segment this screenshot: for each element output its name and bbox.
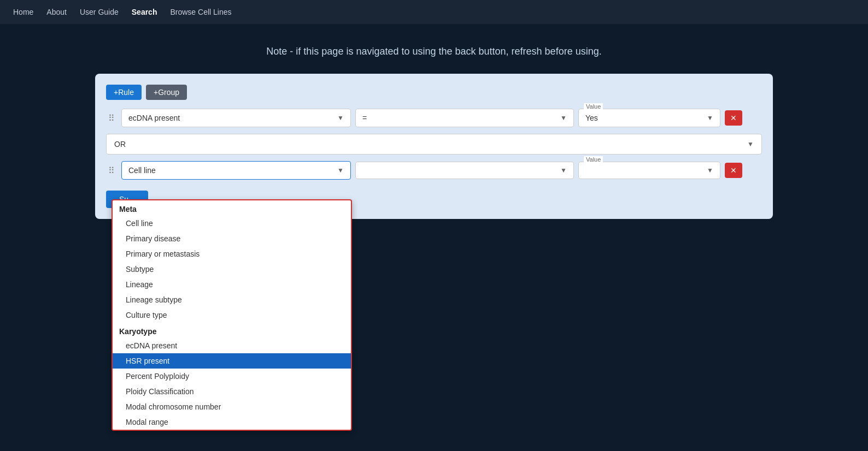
dropdown-item-primary-or-metastasis[interactable]: Primary or metastasis bbox=[113, 246, 351, 262]
main-content: Note - if this page is navigated to usin… bbox=[0, 24, 868, 230]
dropdown-item-modal-chromosome-number[interactable]: Modal chromosome number bbox=[113, 399, 351, 414]
rule1-field-select[interactable]: ecDNA present ▼ bbox=[121, 109, 351, 127]
dropdown-group-meta: Meta bbox=[113, 200, 351, 216]
rule2-operator-select[interactable]: ▼ bbox=[355, 162, 574, 179]
nav-browse-cell-lines[interactable]: Browse Cell Lines bbox=[170, 8, 231, 16]
nav-about[interactable]: About bbox=[46, 8, 67, 16]
rule2-value-container: Value ▼ bbox=[578, 162, 720, 179]
dropdown-item-hsr-present[interactable]: HSR present bbox=[113, 353, 351, 369]
rule2-value-select[interactable]: ▼ bbox=[578, 162, 720, 179]
rule2-field-select[interactable]: Cell line ▼ bbox=[121, 161, 351, 180]
rule1-value-chevron: ▼ bbox=[707, 114, 713, 122]
add-rule-button[interactable]: +Rule bbox=[106, 85, 142, 100]
dropdown-item-lineage-subtype[interactable]: Lineage subtype bbox=[113, 292, 351, 307]
or-label: OR bbox=[114, 140, 126, 149]
nav-home[interactable]: Home bbox=[13, 8, 33, 16]
toolbar: +Rule +Group bbox=[106, 85, 762, 100]
rule-row-2: ⠿ Cell line ▼ ▼ Value ▼ ✕ bbox=[106, 161, 762, 180]
rule-row-1: ⠿ ecDNA present ▼ = ▼ Value Yes ▼ ✕ bbox=[106, 109, 762, 127]
navbar: Home About User Guide Search Browse Cell… bbox=[0, 0, 868, 24]
rule2-delete-button[interactable]: ✕ bbox=[725, 163, 742, 178]
rule2-field-value: Cell line bbox=[128, 166, 156, 175]
dropdown-list: MetaCell linePrimary diseasePrimary or m… bbox=[113, 200, 351, 430]
rule1-delete-button[interactable]: ✕ bbox=[725, 110, 742, 126]
dropdown-item-subtype[interactable]: Subtype bbox=[113, 262, 351, 277]
rule1-field-chevron: ▼ bbox=[337, 114, 344, 122]
dropdown-item-lineage[interactable]: Lineage bbox=[113, 277, 351, 292]
rule1-value-select[interactable]: Yes ▼ bbox=[578, 109, 720, 127]
rule2-value-label: Value bbox=[584, 156, 603, 163]
or-row[interactable]: OR ▼ bbox=[106, 134, 762, 155]
rule2-value-chevron: ▼ bbox=[707, 167, 713, 174]
rule1-value-container: Value Yes ▼ bbox=[578, 109, 720, 127]
rule1-operator-value: = bbox=[362, 114, 367, 122]
dropdown-item-culture-type[interactable]: Culture type bbox=[113, 307, 351, 323]
query-card: +Rule +Group ⠿ ecDNA present ▼ = ▼ Value… bbox=[95, 74, 773, 219]
rule2-field-chevron: ▼ bbox=[337, 167, 344, 174]
rule1-value-label: Value bbox=[584, 103, 603, 110]
nav-user-guide[interactable]: User Guide bbox=[80, 8, 119, 16]
dropdown-item-ecdna-present[interactable]: ecDNA present bbox=[113, 338, 351, 353]
dropdown-overlay: MetaCell linePrimary diseasePrimary or m… bbox=[112, 199, 352, 431]
add-group-button[interactable]: +Group bbox=[146, 85, 187, 100]
dropdown-item-cell-line[interactable]: Cell line bbox=[113, 216, 351, 231]
nav-search[interactable]: Search bbox=[132, 8, 157, 16]
dropdown-item-ploidy-classification[interactable]: Ploidy Classification bbox=[113, 384, 351, 399]
rule2-operator-chevron: ▼ bbox=[560, 167, 567, 174]
rule1-operator-chevron: ▼ bbox=[560, 114, 567, 122]
dropdown-item-percent-polyploidy[interactable]: Percent Polyploidy bbox=[113, 369, 351, 384]
rule1-value: Yes bbox=[585, 114, 598, 122]
rule1-field-value: ecDNA present bbox=[128, 114, 180, 122]
note-text: Note - if this page is navigated to usin… bbox=[266, 46, 601, 57]
dropdown-item-modal-range[interactable]: Modal range bbox=[113, 414, 351, 430]
dropdown-item-primary-disease[interactable]: Primary disease bbox=[113, 231, 351, 246]
drag-handle-2[interactable]: ⠿ bbox=[106, 165, 117, 176]
dropdown-group-karyotype: Karyotype bbox=[113, 323, 351, 338]
drag-handle-1[interactable]: ⠿ bbox=[106, 113, 117, 123]
rule1-operator-select[interactable]: = ▼ bbox=[355, 109, 574, 127]
or-chevron: ▼ bbox=[747, 140, 754, 148]
